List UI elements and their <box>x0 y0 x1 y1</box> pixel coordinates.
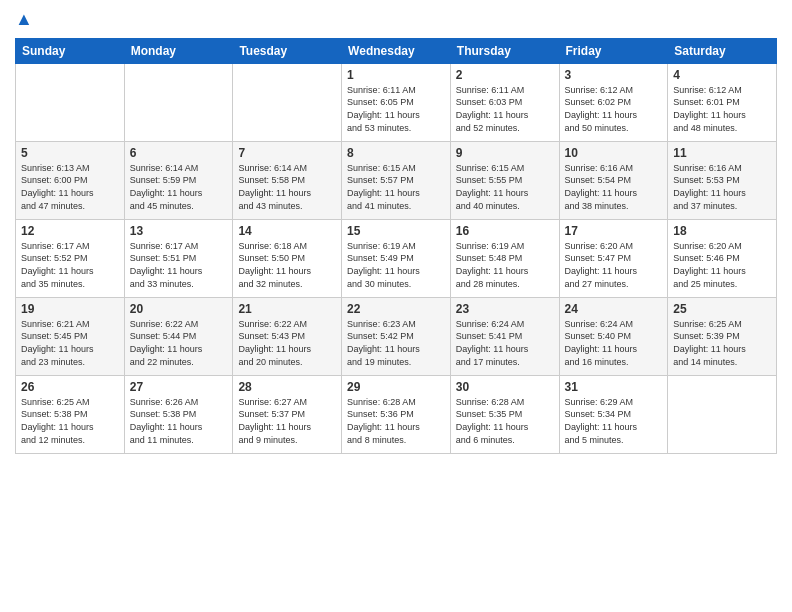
day-info: Sunrise: 6:27 AM Sunset: 5:37 PM Dayligh… <box>238 396 336 446</box>
weekday-header-thursday: Thursday <box>450 38 559 63</box>
calendar-cell: 14Sunrise: 6:18 AM Sunset: 5:50 PM Dayli… <box>233 219 342 297</box>
calendar-cell <box>124 63 233 141</box>
calendar-cell: 13Sunrise: 6:17 AM Sunset: 5:51 PM Dayli… <box>124 219 233 297</box>
day-number: 28 <box>238 380 336 394</box>
day-info: Sunrise: 6:15 AM Sunset: 5:55 PM Dayligh… <box>456 162 554 212</box>
calendar-container: ▲ SundayMondayTuesdayWednesdayThursdayFr… <box>0 0 792 464</box>
calendar-cell: 10Sunrise: 6:16 AM Sunset: 5:54 PM Dayli… <box>559 141 668 219</box>
day-info: Sunrise: 6:12 AM Sunset: 6:02 PM Dayligh… <box>565 84 663 134</box>
day-number: 17 <box>565 224 663 238</box>
logo-text: ▲ <box>15 10 33 30</box>
calendar-week-row: 19Sunrise: 6:21 AM Sunset: 5:45 PM Dayli… <box>16 297 777 375</box>
day-info: Sunrise: 6:28 AM Sunset: 5:35 PM Dayligh… <box>456 396 554 446</box>
day-info: Sunrise: 6:29 AM Sunset: 5:34 PM Dayligh… <box>565 396 663 446</box>
logo: ▲ <box>15 10 33 30</box>
day-number: 14 <box>238 224 336 238</box>
day-info: Sunrise: 6:19 AM Sunset: 5:48 PM Dayligh… <box>456 240 554 290</box>
day-number: 21 <box>238 302 336 316</box>
day-number: 19 <box>21 302 119 316</box>
day-number: 13 <box>130 224 228 238</box>
day-info: Sunrise: 6:28 AM Sunset: 5:36 PM Dayligh… <box>347 396 445 446</box>
day-number: 23 <box>456 302 554 316</box>
calendar-cell: 16Sunrise: 6:19 AM Sunset: 5:48 PM Dayli… <box>450 219 559 297</box>
day-number: 5 <box>21 146 119 160</box>
calendar-cell: 7Sunrise: 6:14 AM Sunset: 5:58 PM Daylig… <box>233 141 342 219</box>
day-number: 2 <box>456 68 554 82</box>
day-info: Sunrise: 6:17 AM Sunset: 5:51 PM Dayligh… <box>130 240 228 290</box>
day-info: Sunrise: 6:14 AM Sunset: 5:58 PM Dayligh… <box>238 162 336 212</box>
calendar-cell <box>16 63 125 141</box>
calendar-cell: 30Sunrise: 6:28 AM Sunset: 5:35 PM Dayli… <box>450 375 559 453</box>
day-info: Sunrise: 6:22 AM Sunset: 5:43 PM Dayligh… <box>238 318 336 368</box>
calendar-cell: 21Sunrise: 6:22 AM Sunset: 5:43 PM Dayli… <box>233 297 342 375</box>
calendar-cell: 8Sunrise: 6:15 AM Sunset: 5:57 PM Daylig… <box>342 141 451 219</box>
day-number: 22 <box>347 302 445 316</box>
calendar-cell <box>668 375 777 453</box>
day-number: 24 <box>565 302 663 316</box>
day-number: 7 <box>238 146 336 160</box>
day-info: Sunrise: 6:11 AM Sunset: 6:03 PM Dayligh… <box>456 84 554 134</box>
day-info: Sunrise: 6:25 AM Sunset: 5:39 PM Dayligh… <box>673 318 771 368</box>
weekday-header-wednesday: Wednesday <box>342 38 451 63</box>
day-number: 4 <box>673 68 771 82</box>
day-number: 12 <box>21 224 119 238</box>
calendar-week-row: 1Sunrise: 6:11 AM Sunset: 6:05 PM Daylig… <box>16 63 777 141</box>
weekday-header-sunday: Sunday <box>16 38 125 63</box>
calendar-week-row: 26Sunrise: 6:25 AM Sunset: 5:38 PM Dayli… <box>16 375 777 453</box>
calendar-cell: 27Sunrise: 6:26 AM Sunset: 5:38 PM Dayli… <box>124 375 233 453</box>
day-info: Sunrise: 6:25 AM Sunset: 5:38 PM Dayligh… <box>21 396 119 446</box>
day-info: Sunrise: 6:26 AM Sunset: 5:38 PM Dayligh… <box>130 396 228 446</box>
day-number: 11 <box>673 146 771 160</box>
calendar-cell <box>233 63 342 141</box>
calendar-cell: 5Sunrise: 6:13 AM Sunset: 6:00 PM Daylig… <box>16 141 125 219</box>
day-info: Sunrise: 6:20 AM Sunset: 5:46 PM Dayligh… <box>673 240 771 290</box>
calendar-cell: 4Sunrise: 6:12 AM Sunset: 6:01 PM Daylig… <box>668 63 777 141</box>
calendar-week-row: 12Sunrise: 6:17 AM Sunset: 5:52 PM Dayli… <box>16 219 777 297</box>
calendar-cell: 6Sunrise: 6:14 AM Sunset: 5:59 PM Daylig… <box>124 141 233 219</box>
calendar-week-row: 5Sunrise: 6:13 AM Sunset: 6:00 PM Daylig… <box>16 141 777 219</box>
day-info: Sunrise: 6:12 AM Sunset: 6:01 PM Dayligh… <box>673 84 771 134</box>
calendar-cell: 19Sunrise: 6:21 AM Sunset: 5:45 PM Dayli… <box>16 297 125 375</box>
day-number: 18 <box>673 224 771 238</box>
day-info: Sunrise: 6:24 AM Sunset: 5:41 PM Dayligh… <box>456 318 554 368</box>
day-info: Sunrise: 6:11 AM Sunset: 6:05 PM Dayligh… <box>347 84 445 134</box>
calendar-cell: 1Sunrise: 6:11 AM Sunset: 6:05 PM Daylig… <box>342 63 451 141</box>
day-number: 3 <box>565 68 663 82</box>
calendar-table: SundayMondayTuesdayWednesdayThursdayFrid… <box>15 38 777 454</box>
calendar-cell: 22Sunrise: 6:23 AM Sunset: 5:42 PM Dayli… <box>342 297 451 375</box>
day-info: Sunrise: 6:14 AM Sunset: 5:59 PM Dayligh… <box>130 162 228 212</box>
day-number: 6 <box>130 146 228 160</box>
day-info: Sunrise: 6:13 AM Sunset: 6:00 PM Dayligh… <box>21 162 119 212</box>
calendar-cell: 29Sunrise: 6:28 AM Sunset: 5:36 PM Dayli… <box>342 375 451 453</box>
calendar-cell: 15Sunrise: 6:19 AM Sunset: 5:49 PM Dayli… <box>342 219 451 297</box>
day-number: 31 <box>565 380 663 394</box>
day-number: 8 <box>347 146 445 160</box>
calendar-cell: 31Sunrise: 6:29 AM Sunset: 5:34 PM Dayli… <box>559 375 668 453</box>
day-info: Sunrise: 6:22 AM Sunset: 5:44 PM Dayligh… <box>130 318 228 368</box>
calendar-cell: 18Sunrise: 6:20 AM Sunset: 5:46 PM Dayli… <box>668 219 777 297</box>
calendar-cell: 26Sunrise: 6:25 AM Sunset: 5:38 PM Dayli… <box>16 375 125 453</box>
calendar-cell: 11Sunrise: 6:16 AM Sunset: 5:53 PM Dayli… <box>668 141 777 219</box>
day-info: Sunrise: 6:16 AM Sunset: 5:54 PM Dayligh… <box>565 162 663 212</box>
day-number: 25 <box>673 302 771 316</box>
day-info: Sunrise: 6:21 AM Sunset: 5:45 PM Dayligh… <box>21 318 119 368</box>
calendar-cell: 9Sunrise: 6:15 AM Sunset: 5:55 PM Daylig… <box>450 141 559 219</box>
day-info: Sunrise: 6:23 AM Sunset: 5:42 PM Dayligh… <box>347 318 445 368</box>
day-number: 15 <box>347 224 445 238</box>
day-number: 30 <box>456 380 554 394</box>
calendar-cell: 25Sunrise: 6:25 AM Sunset: 5:39 PM Dayli… <box>668 297 777 375</box>
day-number: 9 <box>456 146 554 160</box>
calendar-cell: 20Sunrise: 6:22 AM Sunset: 5:44 PM Dayli… <box>124 297 233 375</box>
calendar-cell: 2Sunrise: 6:11 AM Sunset: 6:03 PM Daylig… <box>450 63 559 141</box>
weekday-header-friday: Friday <box>559 38 668 63</box>
weekday-header-tuesday: Tuesday <box>233 38 342 63</box>
day-number: 10 <box>565 146 663 160</box>
day-info: Sunrise: 6:24 AM Sunset: 5:40 PM Dayligh… <box>565 318 663 368</box>
day-info: Sunrise: 6:17 AM Sunset: 5:52 PM Dayligh… <box>21 240 119 290</box>
calendar-cell: 23Sunrise: 6:24 AM Sunset: 5:41 PM Dayli… <box>450 297 559 375</box>
calendar-cell: 24Sunrise: 6:24 AM Sunset: 5:40 PM Dayli… <box>559 297 668 375</box>
calendar-cell: 3Sunrise: 6:12 AM Sunset: 6:02 PM Daylig… <box>559 63 668 141</box>
day-info: Sunrise: 6:18 AM Sunset: 5:50 PM Dayligh… <box>238 240 336 290</box>
calendar-cell: 17Sunrise: 6:20 AM Sunset: 5:47 PM Dayli… <box>559 219 668 297</box>
day-number: 29 <box>347 380 445 394</box>
